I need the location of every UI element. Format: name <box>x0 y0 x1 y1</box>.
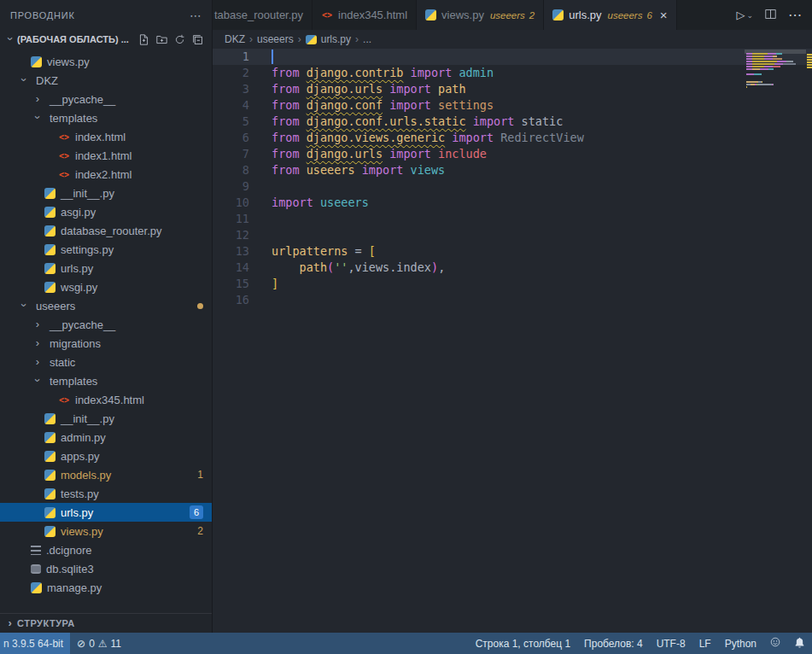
collapse-all-button[interactable] <box>192 34 203 45</box>
tree-item-admin.py[interactable]: admin.py <box>0 428 212 447</box>
code-line[interactable]: 4from django.conf import settings <box>213 97 812 114</box>
line-number[interactable]: 2 <box>213 65 249 81</box>
warning-tick <box>807 56 812 58</box>
tree-item-index1.html[interactable]: <>index1.html <box>0 146 212 165</box>
code-line[interactable]: 13urlpatterns = [ <box>213 243 812 260</box>
tree-item-wsgi.py[interactable]: wsgi.py <box>0 277 212 296</box>
breadcrumb-item[interactable]: useeers <box>257 33 294 45</box>
notifications-button[interactable] <box>787 633 812 654</box>
line-number[interactable]: 12 <box>213 227 249 243</box>
tree-folder-useeers[interactable]: ›useeers <box>0 296 212 315</box>
tree-folder-__pycache__[interactable]: ›__pycache__ <box>0 315 212 334</box>
more-actions-icon[interactable]: ⋯ <box>788 7 802 23</box>
run-button[interactable]: ▷ ⌄ <box>736 9 753 21</box>
line-number[interactable]: 16 <box>213 292 249 308</box>
code-line[interactable]: 6from django.views.generic import Redire… <box>213 130 812 146</box>
tree-folder-DKZ[interactable]: ›DKZ <box>0 71 212 90</box>
tree-item-settings.py[interactable]: settings.py <box>0 240 212 259</box>
tree-item-apps.py[interactable]: apps.py <box>0 447 212 465</box>
line-number[interactable]: 1 <box>213 49 249 65</box>
chevron-right-icon: › <box>31 318 44 330</box>
tree-folder-static[interactable]: ›static <box>0 353 212 371</box>
python-version-status[interactable]: n 3.9.5 64-bit <box>0 633 70 654</box>
code-line[interactable]: 3from django.urls import path <box>213 81 812 97</box>
cursor-position-status[interactable]: Строка 1, столбец 1 <box>469 633 577 654</box>
line-number[interactable]: 10 <box>213 195 249 211</box>
line-number[interactable]: 8 <box>213 162 249 178</box>
tree-folder-__pycache__[interactable]: ›__pycache__ <box>0 90 212 108</box>
tree-item-label: apps.py <box>61 450 100 463</box>
html-file-icon: <> <box>58 132 70 142</box>
code-line[interactable]: 12 <box>213 227 812 243</box>
code-line[interactable]: 1 <box>213 49 812 65</box>
modified-dot <box>197 303 203 309</box>
tree-folder-templates[interactable]: ›templates <box>0 108 212 127</box>
code-line[interactable]: 8from useeers import views <box>213 162 812 178</box>
line-number[interactable]: 3 <box>213 81 249 97</box>
split-editor-button[interactable] <box>765 8 776 23</box>
code-line[interactable]: 7from django.urls import include <box>213 146 812 162</box>
new-folder-button[interactable] <box>156 34 167 45</box>
line-number[interactable]: 4 <box>213 97 249 114</box>
tree-item-__init__.py[interactable]: __init__.py <box>0 184 212 202</box>
feedback-button[interactable] <box>763 633 787 654</box>
tree-item-urls.py[interactable]: urls.py <box>0 259 212 277</box>
breadcrumb-item[interactable]: ... <box>363 33 371 45</box>
explorer-more-actions-icon[interactable]: ⋯ <box>190 9 202 22</box>
code-line[interactable]: 9 <box>213 178 812 195</box>
tree-item-index.html[interactable]: <>index.html <box>0 127 212 146</box>
refresh-button[interactable] <box>174 34 185 45</box>
tree-item-models.py[interactable]: models.py1 <box>0 465 212 484</box>
indentation-status[interactable]: Пробелов: 4 <box>577 633 650 654</box>
code-line[interactable]: 10import useeers <box>213 195 812 211</box>
code-line[interactable]: 2from django.contrib import admin <box>213 65 812 81</box>
tree-item-database_roouter.py[interactable]: database_roouter.py <box>0 221 212 240</box>
tree-item-tests.py[interactable]: tests.py <box>0 484 212 503</box>
line-number[interactable]: 15 <box>213 276 249 292</box>
code-line[interactable]: 11 <box>213 211 812 227</box>
tab-urls[interactable]: urls.py useeers 6 × <box>544 0 676 30</box>
py-file-icon <box>44 207 55 218</box>
line-number[interactable]: 13 <box>213 243 249 260</box>
tree-item-asgi.py[interactable]: asgi.py <box>0 202 212 221</box>
line-number[interactable]: 11 <box>213 211 249 227</box>
code-editor[interactable]: 12from django.contrib import admin3from … <box>213 49 812 633</box>
breadcrumb-item[interactable]: urls.py <box>321 33 351 45</box>
tab-views[interactable]: views.py useeers 2 <box>417 0 544 30</box>
overview-ruler[interactable] <box>807 49 812 633</box>
encoding-status[interactable]: UTF-8 <box>650 633 692 654</box>
problems-status[interactable]: ⊘ 0 ⚠ 11 <box>70 633 128 654</box>
language-mode-status[interactable]: Python <box>718 633 763 654</box>
tree-item-views.py[interactable]: views.py <box>0 52 212 71</box>
minimap[interactable] <box>746 50 804 91</box>
breadcrumb-item[interactable]: DKZ <box>225 33 245 45</box>
tree-item-label: urls.py <box>61 506 93 519</box>
code-line[interactable]: 5from django.conf.urls.static import sta… <box>213 114 812 130</box>
tree-item-manage.py[interactable]: manage.py <box>0 578 212 597</box>
tree-item-urls.py[interactable]: urls.py6 <box>0 503 212 522</box>
tree-item-__init__.py[interactable]: __init__.py <box>0 409 212 428</box>
outline-section-header[interactable]: › СТРУКТУРА <box>0 613 212 633</box>
tree-item-.dcignore[interactable]: .dcignore <box>0 540 212 559</box>
close-icon[interactable]: × <box>660 9 668 21</box>
line-number[interactable]: 7 <box>213 146 249 162</box>
tree-folder-templates[interactable]: ›templates <box>0 371 212 390</box>
line-number[interactable]: 14 <box>213 260 249 276</box>
tree-item-db.sqlite3[interactable]: db.sqlite3 <box>0 559 212 578</box>
line-number[interactable]: 6 <box>213 130 249 146</box>
line-number[interactable]: 5 <box>213 114 249 130</box>
tree-item-index2.html[interactable]: <>index2.html <box>0 165 212 184</box>
tree-item-views.py[interactable]: views.py2 <box>0 522 212 540</box>
new-file-button[interactable] <box>138 34 149 45</box>
workspace-section-header[interactable]: › (РАБОЧАЯ ОБЛАСТЬ) ... <box>0 30 212 49</box>
code-line[interactable]: 16 <box>213 292 812 308</box>
tab-label: views.py <box>441 9 484 21</box>
tab-database-roouter[interactable]: tabase_roouter.py <box>213 0 313 30</box>
line-number[interactable]: 9 <box>213 178 249 195</box>
tree-folder-migrations[interactable]: ›migrations <box>0 334 212 353</box>
eol-status[interactable]: LF <box>692 633 718 654</box>
code-line[interactable]: 14 path('',views.index), <box>213 260 812 276</box>
tree-item-index345.html[interactable]: <>index345.html <box>0 390 212 409</box>
tab-index345[interactable]: <> index345.html <box>313 0 417 30</box>
code-line[interactable]: 15] <box>213 276 812 292</box>
